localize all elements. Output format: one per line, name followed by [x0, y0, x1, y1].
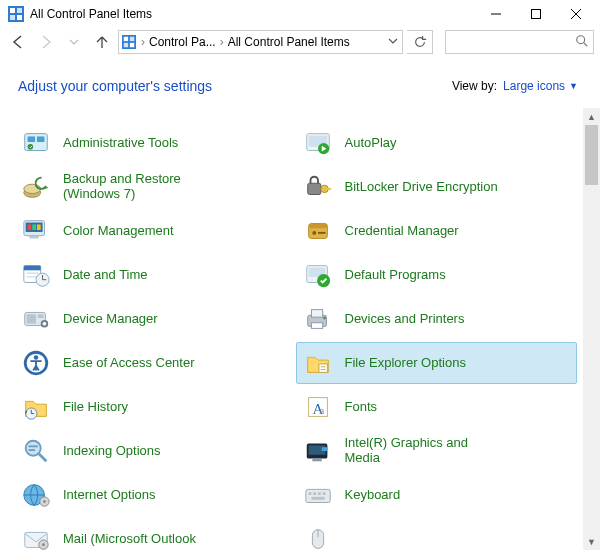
- maximize-button[interactable]: [516, 0, 556, 28]
- svg-point-80: [43, 500, 46, 503]
- svg-rect-1: [10, 8, 15, 13]
- item-label: Fonts: [345, 400, 378, 415]
- view-by-label: View by:: [452, 79, 497, 93]
- close-button[interactable]: [556, 0, 596, 28]
- search-icon: [575, 34, 589, 51]
- svg-point-89: [42, 543, 45, 546]
- svg-rect-35: [308, 224, 327, 229]
- back-button[interactable]: [6, 30, 30, 54]
- svg-rect-32: [37, 224, 41, 230]
- minimize-button[interactable]: [476, 0, 516, 28]
- datetime-icon: [21, 260, 51, 290]
- control-panel-item[interactable]: File History: [14, 386, 296, 428]
- scroll-thumb[interactable]: [585, 125, 598, 185]
- item-label: Color Management: [63, 224, 174, 239]
- scroll-down-button[interactable]: ▼: [583, 533, 600, 550]
- mouse-icon: [303, 524, 333, 550]
- item-label: Indexing Options: [63, 444, 161, 459]
- svg-rect-17: [28, 136, 36, 142]
- default-programs-icon: [303, 260, 333, 290]
- control-panel-icon: [8, 6, 24, 22]
- item-label: Keyboard: [345, 488, 401, 503]
- item-label: Ease of Access Center: [63, 356, 195, 371]
- svg-rect-27: [326, 188, 331, 190]
- svg-rect-61: [318, 364, 326, 372]
- svg-point-60: [34, 355, 39, 360]
- control-panel-item[interactable]: AaFonts: [296, 386, 578, 428]
- svg-rect-55: [311, 310, 322, 318]
- svg-rect-11: [130, 37, 134, 41]
- device-manager-icon: [21, 304, 51, 334]
- color-mgmt-icon: [21, 216, 51, 246]
- keyboard-icon: [303, 480, 333, 510]
- forward-button[interactable]: [34, 30, 58, 54]
- svg-rect-13: [130, 43, 134, 47]
- recent-locations-button[interactable]: [62, 30, 86, 54]
- control-panel-item[interactable]: Devices and Printers: [296, 298, 578, 340]
- heading-row: Adjust your computer's settings View by:…: [0, 60, 600, 100]
- svg-rect-53: [43, 323, 47, 325]
- svg-rect-81: [305, 489, 329, 502]
- svg-point-19: [28, 144, 34, 150]
- svg-rect-72: [29, 445, 38, 447]
- svg-rect-84: [318, 492, 321, 495]
- control-panel-item[interactable]: Date and Time: [14, 254, 296, 296]
- svg-rect-10: [124, 37, 128, 41]
- svg-rect-3: [10, 15, 15, 20]
- svg-line-71: [39, 454, 47, 462]
- control-panel-item[interactable]: Indexing Options: [14, 430, 296, 472]
- control-panel-item[interactable]: Administrative Tools: [14, 122, 296, 164]
- item-label: Administrative Tools: [63, 136, 178, 151]
- svg-rect-30: [28, 224, 32, 230]
- svg-point-36: [312, 231, 316, 235]
- control-panel-item[interactable]: Intel(R) Graphics and Media: [296, 430, 578, 472]
- svg-point-14: [577, 35, 585, 43]
- ease-of-access-icon: [21, 348, 51, 378]
- control-panel-item[interactable]: File Explorer Options: [296, 342, 578, 384]
- svg-line-15: [584, 42, 588, 46]
- control-panel-item[interactable]: Mail (Microsoft Outlook: [14, 518, 296, 550]
- control-panel-item[interactable]: Device Manager: [14, 298, 296, 340]
- svg-rect-56: [311, 323, 322, 329]
- breadcrumb-all-items[interactable]: All Control Panel Items: [228, 35, 350, 49]
- control-panel-item[interactable]: AutoPlay: [296, 122, 578, 164]
- control-panel-item[interactable]: BitLocker Drive Encryption: [296, 166, 578, 208]
- scrollbar[interactable]: ▲ ▼: [583, 108, 600, 550]
- control-panel-item[interactable]: Default Programs: [296, 254, 578, 296]
- control-panel-item[interactable]: Keyboard: [296, 474, 578, 516]
- item-label: Devices and Printers: [345, 312, 465, 327]
- address-bar[interactable]: › Control Pa... › All Control Panel Item…: [118, 30, 403, 54]
- item-label: Device Manager: [63, 312, 158, 327]
- internet-options-icon: [21, 480, 51, 510]
- search-input[interactable]: [445, 30, 594, 54]
- address-history-dropdown[interactable]: [386, 35, 400, 49]
- chevron-right-icon[interactable]: ›: [218, 35, 226, 49]
- control-panel-item[interactable]: Color Management: [14, 210, 296, 252]
- control-panel-icon: [121, 34, 137, 50]
- control-panel-item[interactable]: Ease of Access Center: [14, 342, 296, 384]
- admin-tools-icon: [21, 128, 51, 158]
- svg-rect-73: [29, 449, 36, 451]
- control-panel-item[interactable]: Credential Manager: [296, 210, 578, 252]
- chevron-right-icon[interactable]: ›: [139, 35, 147, 49]
- item-label: BitLocker Drive Encryption: [345, 180, 498, 195]
- item-label: File Explorer Options: [345, 356, 466, 371]
- view-by-dropdown[interactable]: Large icons ▼: [503, 79, 578, 93]
- item-label: Backup and Restore (Windows 7): [63, 172, 218, 202]
- svg-rect-82: [308, 492, 311, 495]
- item-label: Intel(R) Graphics and Media: [345, 436, 500, 466]
- refresh-button[interactable]: [407, 30, 433, 54]
- intel-graphics-icon: [303, 436, 333, 466]
- item-label: AutoPlay: [345, 136, 397, 151]
- svg-rect-83: [313, 492, 316, 495]
- control-panel-item[interactable]: [296, 518, 578, 550]
- up-button[interactable]: [90, 30, 114, 54]
- control-panel-item[interactable]: Backup and Restore (Windows 7): [14, 166, 296, 208]
- scroll-up-button[interactable]: ▲: [583, 108, 600, 125]
- svg-rect-33: [29, 236, 38, 239]
- breadcrumb-control-panel[interactable]: Control Pa...: [149, 35, 216, 49]
- svg-rect-6: [532, 10, 541, 19]
- credential-icon: [303, 216, 333, 246]
- control-panel-item[interactable]: Internet Options: [14, 474, 296, 516]
- item-label: Credential Manager: [345, 224, 459, 239]
